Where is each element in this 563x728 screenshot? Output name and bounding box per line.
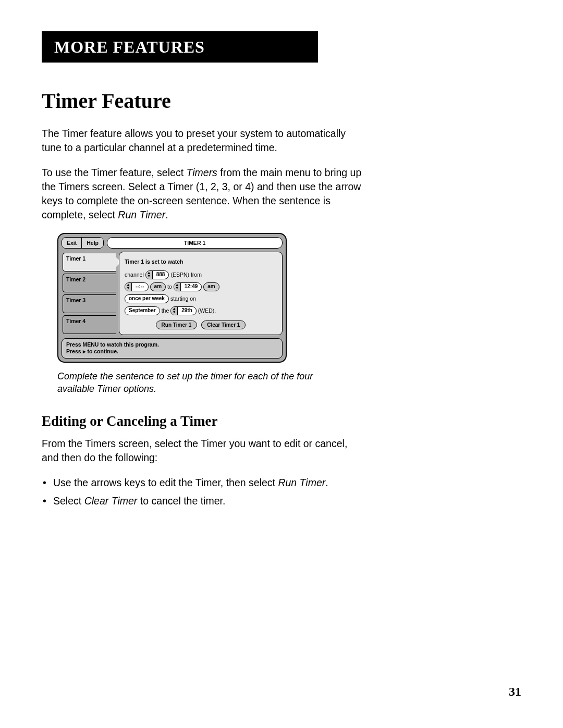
day-value: 29th — [178, 306, 196, 315]
help-button[interactable]: Help — [82, 238, 103, 248]
text: . — [325, 477, 328, 488]
subsection-intro: From the Timers screen, select the Timer… — [42, 437, 365, 465]
time-from-value: --:-- — [132, 282, 148, 291]
timer-sentence-intro: Timer 1 is set to watch — [125, 257, 277, 266]
time-from-spinner[interactable]: ▲▼--:-- — [125, 282, 149, 291]
subsection-title: Editing or Canceling a Timer — [42, 413, 521, 429]
label-starting: starting on — [170, 294, 196, 303]
label-channel: channel — [125, 270, 144, 279]
frequency-field[interactable]: once per week — [125, 294, 169, 303]
footer-line-2: Press ▸ to continue. — [66, 348, 278, 355]
text: Use the arrows keys to edit the Timer, t… — [53, 477, 278, 488]
chapter-header-text: MORE FEATURES — [54, 38, 205, 57]
text: to cancel the timer. — [137, 495, 225, 507]
exit-button[interactable]: Exit — [62, 238, 82, 248]
timer-tab-2[interactable]: Timer 2 — [63, 274, 116, 292]
list-item: Use the arrows keys to edit the Timer, t… — [53, 475, 365, 490]
footer-line-1: Press MENU to watch this program. — [66, 341, 278, 349]
timer-settings-panel: Timer 1 is set to watch channel ▲▼888 (E… — [119, 252, 283, 335]
channel-name: (ESPN) from — [170, 270, 202, 279]
ampm-to[interactable]: am — [203, 282, 219, 291]
timer-tab-1[interactable]: Timer 1 — [63, 253, 116, 272]
timer-tab-3[interactable]: Timer 3 — [63, 294, 116, 313]
osd-title: TIMER 1 — [107, 237, 283, 249]
timer-tab-4[interactable]: Timer 4 — [63, 315, 116, 334]
text: Select — [53, 495, 84, 507]
osd-screenshot: Exit Help TIMER 1 Timer 1 Timer 2 Timer … — [57, 233, 521, 363]
action-run-timer: Run Timer — [278, 477, 325, 488]
day-of-week: (WED). — [198, 306, 216, 315]
action-clear-timer: Clear Timer — [84, 495, 138, 507]
time-to-value: 12:49 — [181, 282, 202, 291]
channel-spinner[interactable]: ▲▼888 — [145, 270, 169, 279]
page-title: Timer Feature — [42, 89, 521, 113]
text: . — [165, 209, 168, 220]
list-item: Select Clear Timer to cancel the timer. — [53, 493, 365, 508]
action-run-timer: Run Timer — [118, 209, 165, 220]
run-timer-button[interactable]: Run Timer 1 — [156, 320, 198, 329]
day-spinner[interactable]: ▲▼29th — [170, 306, 196, 315]
menu-name-timers: Timers — [186, 167, 217, 178]
osd-footer-hint: Press MENU to watch this program. Press … — [62, 338, 283, 359]
figure-caption: Complete the sentence to set up the time… — [57, 370, 328, 396]
intro-paragraph-2: To use the Timer feature, select Timers … — [42, 166, 365, 223]
instructions-list: Use the arrows keys to edit the Timer, t… — [42, 475, 365, 508]
clear-timer-button[interactable]: Clear Timer 1 — [201, 320, 246, 329]
chapter-header: MORE FEATURES — [42, 31, 318, 63]
intro-paragraph-1: The Timer feature allows you to preset y… — [42, 127, 365, 155]
timer-tab-list: Timer 1 Timer 2 Timer 3 Timer 4 — [62, 252, 116, 335]
channel-value: 888 — [153, 270, 169, 279]
label-to: to — [167, 282, 172, 291]
label-the: the — [162, 306, 169, 315]
page-number: 31 — [509, 685, 521, 699]
time-to-spinner[interactable]: ▲▼12:49 — [174, 282, 202, 291]
ampm-from[interactable]: am — [150, 282, 166, 291]
month-field[interactable]: September — [125, 306, 160, 315]
text: To use the Timer feature, select — [42, 167, 186, 178]
